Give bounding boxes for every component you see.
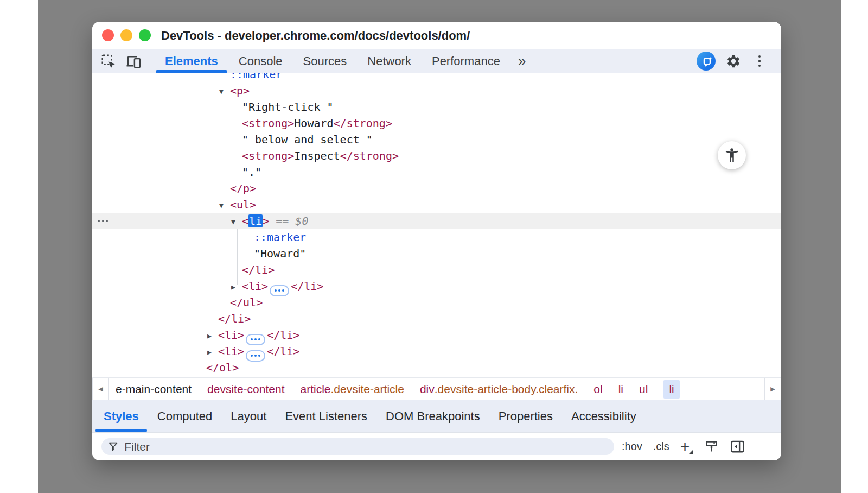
window-title: DevTools - developer.chrome.com/docs/dev… <box>161 22 470 49</box>
tree-row[interactable]: ::marker <box>92 229 781 245</box>
rendering-brush-icon[interactable] <box>704 439 719 454</box>
expand-arrow-right-icon[interactable]: ▶ <box>207 344 218 361</box>
sidebar-tabs: StylesComputedLayoutEvent ListenersDOM B… <box>92 400 781 433</box>
filter-field[interactable] <box>101 438 614 455</box>
code-tag: <li> <box>218 328 244 342</box>
code-tag: </li> <box>267 345 299 358</box>
device-toolbar-icon[interactable] <box>125 53 142 70</box>
inspect-element-icon[interactable] <box>100 53 117 70</box>
code-tag: </li> <box>291 280 323 293</box>
tree-row[interactable]: </li> <box>92 311 781 327</box>
tab-label: Console <box>239 54 283 68</box>
code-tag: </li> <box>218 312 251 325</box>
breadcrumb-item[interactable]: devsite-content <box>207 380 284 399</box>
breadcrumb-item[interactable]: article.devsite-article <box>301 380 404 399</box>
crumb-class: .devsite-article <box>331 383 404 396</box>
code-text: Inspect <box>294 149 340 162</box>
code-tag: </p> <box>230 182 256 195</box>
expand-arrow-down-icon[interactable]: ▼ <box>219 84 230 100</box>
tab-label: Performance <box>432 54 500 68</box>
tree-row[interactable]: " below and select " <box>92 131 781 148</box>
tree-row[interactable]: ▼<ul> <box>92 197 781 213</box>
sidebar-tab-properties[interactable]: Properties <box>489 400 562 432</box>
tab-elements[interactable]: Elements <box>155 49 228 73</box>
kebab-menu-icon[interactable] <box>750 52 769 71</box>
sidebar-tab-label: Styles <box>104 409 139 424</box>
expand-arrow-down-icon[interactable]: ▼ <box>231 214 242 230</box>
tree-row[interactable]: </li> <box>92 262 781 278</box>
code-tag: </strong> <box>340 149 399 162</box>
tree-row-selected[interactable]: ▼<li> == $0 <box>92 213 781 229</box>
code-hl: li <box>248 214 263 227</box>
code-muted: == <box>269 214 295 227</box>
code-tag: </ol> <box>206 361 239 374</box>
breadcrumb-bar: ◀ e-main-contentdevsite-contentarticle.d… <box>92 377 781 400</box>
tree-row[interactable]: "Right-click " <box>92 99 781 115</box>
tree-row[interactable]: </p> <box>92 180 781 197</box>
class-toggle[interactable]: .cls <box>653 440 669 453</box>
settings-gear-icon[interactable] <box>724 52 743 71</box>
devtools-toolbar: ElementsConsoleSourcesNetworkPerformance… <box>92 49 781 73</box>
accessibility-overlay-button[interactable] <box>718 141 746 169</box>
tab-label: Sources <box>303 54 347 68</box>
expand-arrow-right-icon[interactable]: ▶ <box>207 328 218 344</box>
tab-console[interactable]: Console <box>228 49 293 73</box>
close-button[interactable] <box>102 29 114 41</box>
sidebar-tab-label: Properties <box>499 409 553 424</box>
tab-network[interactable]: Network <box>357 49 422 73</box>
breadcrumb-item-selected[interactable]: li <box>663 380 679 399</box>
code-text: "." <box>242 166 261 179</box>
code-tag: < <box>242 214 248 227</box>
tree-row[interactable]: <strong>Inspect</strong> <box>92 148 781 164</box>
sidebar-tab-dom-breakpoints[interactable]: DOM Breakpoints <box>376 400 489 432</box>
tab-sources[interactable]: Sources <box>293 49 358 73</box>
expand-arrow-right-icon[interactable]: ▶ <box>231 279 242 295</box>
expand-arrow-down-icon[interactable]: ▼ <box>219 198 230 214</box>
sidebar-tab-layout[interactable]: Layout <box>221 400 276 432</box>
tree-row[interactable]: ▶<li></li> <box>92 327 781 343</box>
tree-row[interactable]: ::marker <box>92 73 781 83</box>
tab-performance[interactable]: Performance <box>422 49 510 73</box>
code-tag: <ul> <box>230 198 256 211</box>
tree-row[interactable]: ▶<li></li> <box>92 343 781 359</box>
tree-row[interactable]: "Howard" <box>92 245 781 262</box>
row-overflow-dots-icon[interactable] <box>98 220 108 222</box>
toolbar-right <box>685 52 781 71</box>
tree-row[interactable]: <strong>Howard</strong> <box>92 115 781 131</box>
pseudo-state-toggle[interactable]: :hov <box>622 440 642 453</box>
crumb-class: .devsite-article-body.clearfix. <box>435 383 578 396</box>
sidebar-tab-event-listeners[interactable]: Event Listeners <box>276 400 376 432</box>
tree-row[interactable]: </ol> <box>92 359 781 376</box>
sidebar-tab-accessibility[interactable]: Accessibility <box>562 400 646 432</box>
more-tabs-icon[interactable]: » <box>510 53 532 69</box>
tree-row[interactable]: "." <box>92 164 781 180</box>
new-style-rule-button[interactable]: + <box>680 441 694 452</box>
breadcrumb-scroll-left-icon[interactable]: ◀ <box>92 378 109 400</box>
dom-tree: ::marker▼<p>"Right-click "<strong>Howard… <box>92 73 781 376</box>
sidebar-tab-label: Event Listeners <box>285 409 367 424</box>
sidebar-tab-computed[interactable]: Computed <box>148 400 222 432</box>
code-tag: <li> <box>218 345 244 358</box>
crumb-tag: ul <box>639 383 648 396</box>
breadcrumb-item[interactable]: div.devsite-article-body.clearfix. <box>420 380 578 399</box>
tab-label: Network <box>367 54 411 68</box>
breadcrumb-item[interactable]: ul <box>639 380 648 399</box>
zoom-button[interactable] <box>139 29 151 41</box>
tree-row[interactable]: </ul> <box>92 294 781 311</box>
toggle-sidebar-icon[interactable] <box>730 439 745 454</box>
filter-input[interactable] <box>124 440 608 453</box>
breadcrumb-item[interactable]: li <box>618 380 623 399</box>
ai-assistance-icon[interactable] <box>697 52 716 71</box>
code-tag: <strong> <box>242 117 294 130</box>
sidebar-tab-styles[interactable]: Styles <box>94 400 148 432</box>
tree-row[interactable]: ▶<li></li> <box>92 278 781 294</box>
minimize-button[interactable] <box>120 29 132 41</box>
toolbar-divider-2 <box>688 53 688 69</box>
breadcrumb-item[interactable]: ol <box>593 380 602 399</box>
code-text: " below and select " <box>242 133 373 146</box>
sidebar-tab-label: DOM Breakpoints <box>386 409 480 424</box>
tree-row[interactable]: ▼<p> <box>92 83 781 99</box>
code-tag: <p> <box>230 84 250 97</box>
breadcrumb-item[interactable]: e-main-content <box>116 380 192 399</box>
breadcrumb-scroll-right-icon[interactable]: ▶ <box>764 378 781 400</box>
